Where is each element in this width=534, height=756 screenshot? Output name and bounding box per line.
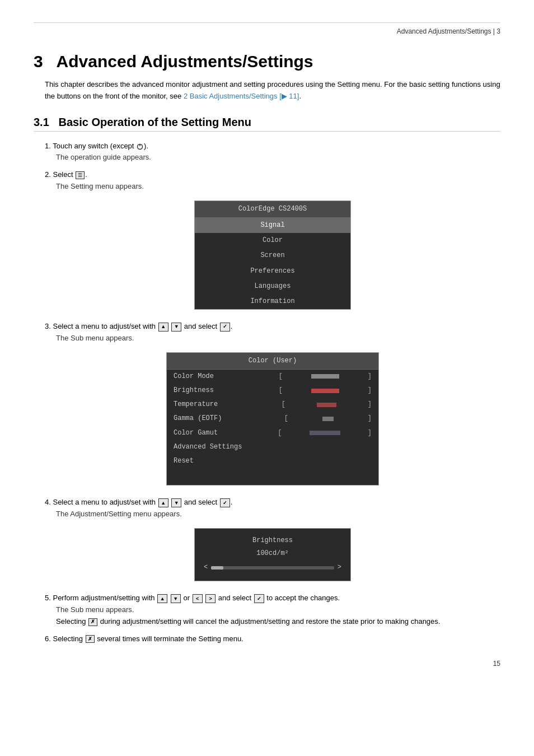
sub-menu-row-gamma: Gamma (EOTF) [ ] bbox=[167, 412, 378, 426]
down-arrow-icon: ▼ bbox=[171, 323, 181, 332]
step-2: 2. Select ☰. The Setting menu appears. C… bbox=[45, 169, 500, 310]
step-6-text: Selecting ✗ several times will terminate… bbox=[53, 634, 243, 643]
chapter-title: 3 Advanced Adjustments/Settings bbox=[34, 52, 500, 71]
x-icon-6: ✗ bbox=[86, 635, 95, 643]
main-menu-title: ColorEdge CS2400S bbox=[195, 201, 350, 218]
menu-icon: ☰ bbox=[76, 171, 85, 179]
section-title: 3.1 Basic Operation of the Setting Menu bbox=[34, 116, 500, 132]
sub-menu-label-advanced: Advanced Settings bbox=[174, 442, 242, 452]
value-bar-1 bbox=[311, 374, 339, 379]
brightness-slider-fill bbox=[211, 566, 223, 570]
sub-menu-label-gamma: Gamma (EOTF) bbox=[174, 413, 252, 424]
bracket-left-2: [ bbox=[279, 385, 283, 396]
step-1-text: Touch any switch (except ). bbox=[53, 142, 148, 150]
bracket-left-3: [ bbox=[282, 399, 285, 410]
up-icon-5: ▲ bbox=[157, 594, 167, 603]
brightness-menu-value: 100cd/m² bbox=[195, 547, 350, 560]
up-arrow-icon: ▲ bbox=[158, 323, 168, 332]
bracket-left-5: [ bbox=[278, 428, 282, 438]
sub-menu-row-advanced: Advanced Settings bbox=[167, 440, 378, 454]
step-4-text: Select a menu to adjust/set with ▲ ▼ and… bbox=[53, 498, 232, 506]
step-3-sub: The Sub menu appears. bbox=[56, 333, 500, 344]
x-icon-5: ✗ bbox=[88, 618, 97, 626]
bracket-right-3: ] bbox=[368, 399, 372, 410]
sub-menu-row-temperature: Temperature [ ] bbox=[167, 398, 378, 412]
brightness-menu-title: Brightness bbox=[195, 534, 350, 547]
step-2-text: Select ☰. bbox=[53, 170, 87, 179]
step-4-number: 4. bbox=[45, 498, 53, 506]
sub-menu-row-reset: Reset bbox=[167, 454, 378, 468]
up-arrow-icon-4: ▲ bbox=[158, 498, 168, 507]
bracket-right-5: ] bbox=[368, 428, 372, 438]
bracket-left-4: [ bbox=[284, 413, 288, 424]
intro-link[interactable]: 2 Basic Adjustments/Settings [▶ 11] bbox=[184, 92, 299, 100]
main-menu-item-signal: Signal bbox=[195, 218, 350, 233]
check-icon-3: ✓ bbox=[220, 323, 230, 332]
sub-menu-label-color-mode: Color Mode bbox=[174, 371, 252, 382]
main-menu-item-screen: Screen bbox=[195, 248, 350, 263]
page-wrapper: Advanced Adjustments/Settings | 3 3 Adva… bbox=[0, 0, 534, 684]
section-number: 3.1 bbox=[34, 116, 49, 128]
step-3-text: Select a menu to adjust/set with ▲ ▼ and… bbox=[53, 322, 232, 330]
step-3-number: 3. bbox=[45, 322, 53, 330]
step-5-sub2: Selecting ✗ during adjustment/setting wi… bbox=[56, 616, 500, 628]
header-line bbox=[34, 22, 500, 23]
header-text: Advanced Adjustments/Settings | 3 bbox=[397, 27, 500, 35]
check-icon-5: ✓ bbox=[254, 594, 264, 603]
step-6: 6. Selecting ✗ several times will termin… bbox=[45, 633, 500, 645]
main-menu-item-languages: Languages bbox=[195, 279, 350, 294]
down-arrow-icon-4: ▼ bbox=[171, 498, 181, 507]
sub-menu-title: Color (User) bbox=[167, 353, 378, 370]
bracket-right-4: ] bbox=[368, 413, 372, 424]
left-icon-5: < bbox=[193, 594, 203, 603]
step-2-sub: The Setting menu appears. bbox=[56, 181, 500, 193]
check-icon-4: ✓ bbox=[220, 498, 230, 507]
main-menu-screenshot: ColorEdge CS2400S Signal Color Screen Pr… bbox=[194, 200, 351, 310]
sub-menu-label-brightness: Brightness bbox=[174, 385, 252, 396]
right-icon-5: > bbox=[205, 594, 216, 603]
chapter-title-text: Advanced Adjustments/Settings bbox=[57, 52, 313, 71]
brightness-slider-row: < > bbox=[195, 560, 350, 575]
right-arrow-icon: > bbox=[338, 562, 341, 573]
bracket-right-1: ] bbox=[368, 371, 372, 382]
section-title-text: Basic Operation of the Setting Menu bbox=[58, 116, 251, 128]
main-menu-item-information: Information bbox=[195, 294, 350, 309]
step-3: 3. Select a menu to adjust/set with ▲ ▼ … bbox=[45, 321, 500, 486]
step-4-sub: The Adjustment/Setting menu appears. bbox=[56, 508, 500, 520]
sub-menu-row-color-mode: Color Mode [ ] bbox=[167, 370, 378, 384]
value-bar-4 bbox=[322, 417, 334, 421]
value-bar-3 bbox=[317, 403, 336, 407]
step-6-number: 6. bbox=[45, 634, 53, 643]
bracket-right-2: ] bbox=[368, 385, 372, 396]
brightness-menu-screenshot: Brightness 100cd/m² < > bbox=[194, 528, 351, 582]
brightness-slider-track bbox=[211, 566, 334, 570]
step-1-number: 1. bbox=[45, 142, 53, 150]
sub-menu-padding bbox=[167, 468, 378, 485]
sub-menu-row-color-gamut: Color Gamut [ ] bbox=[167, 426, 378, 440]
sub-menu-screenshot: Color (User) Color Mode [ ] Brightness [… bbox=[166, 352, 379, 486]
down-icon-5: ▼ bbox=[171, 594, 181, 603]
step-5-sub1: The Sub menu appears. bbox=[56, 604, 500, 616]
steps-list: 1. Touch any switch (except ). The opera… bbox=[45, 141, 500, 645]
step-1: 1. Touch any switch (except ). The opera… bbox=[45, 141, 500, 164]
step-2-number: 2. bbox=[45, 170, 53, 179]
step-4: 4. Select a menu to adjust/set with ▲ ▼ … bbox=[45, 497, 500, 581]
main-menu-item-color: Color bbox=[195, 233, 350, 248]
step-1-sub: The operation guide appears. bbox=[56, 152, 500, 164]
sub-menu-label-temperature: Temperature bbox=[174, 399, 252, 410]
value-bar-5 bbox=[310, 431, 340, 435]
step-5-number: 5. bbox=[45, 594, 53, 602]
intro-paragraph: This chapter describes the advanced moni… bbox=[45, 79, 500, 102]
step-5-text: Perform adjustment/setting with ▲ ▼ or <… bbox=[53, 594, 340, 602]
sub-menu-row-brightness: Brightness [ ] bbox=[167, 384, 378, 398]
page-header: Advanced Adjustments/Settings | 3 bbox=[34, 27, 500, 35]
sub-menu-label-color-gamut: Color Gamut bbox=[174, 428, 252, 438]
page-number: 15 bbox=[493, 660, 500, 668]
left-arrow-icon: < bbox=[204, 562, 208, 573]
bracket-left-1: [ bbox=[279, 371, 283, 382]
chapter-number: 3 bbox=[34, 52, 43, 71]
sub-menu-label-reset: Reset bbox=[174, 456, 194, 466]
value-bar-2 bbox=[311, 389, 339, 393]
main-menu-item-preferences: Preferences bbox=[195, 264, 350, 279]
step-5: 5. Perform adjustment/setting with ▲ ▼ o… bbox=[45, 592, 500, 627]
